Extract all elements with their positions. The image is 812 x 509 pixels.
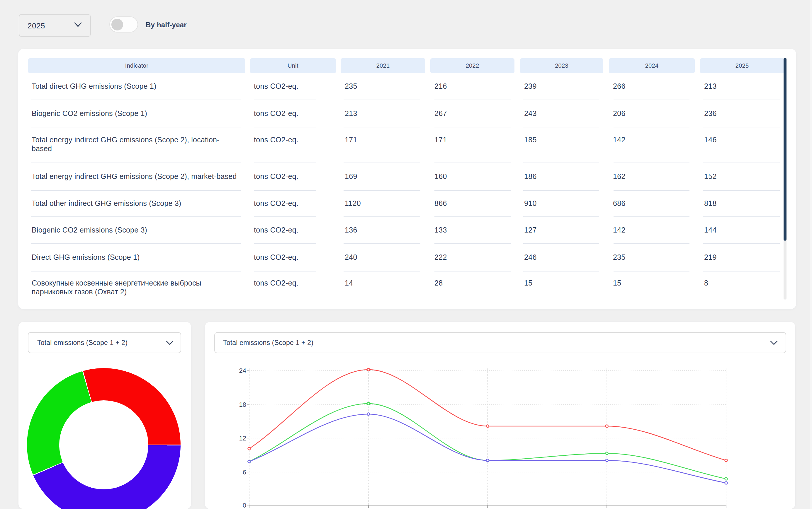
svg-text:18: 18 [239, 401, 246, 408]
svg-text:2025: 2025 [719, 507, 733, 509]
svg-text:6: 6 [243, 469, 246, 476]
svg-text:12: 12 [239, 435, 246, 442]
svg-text:2024: 2024 [600, 507, 614, 509]
svg-text:24: 24 [239, 367, 246, 374]
svg-text:2022: 2022 [361, 507, 376, 509]
svg-text:2021: 2021 [243, 507, 258, 509]
svg-text:2023: 2023 [480, 507, 495, 509]
